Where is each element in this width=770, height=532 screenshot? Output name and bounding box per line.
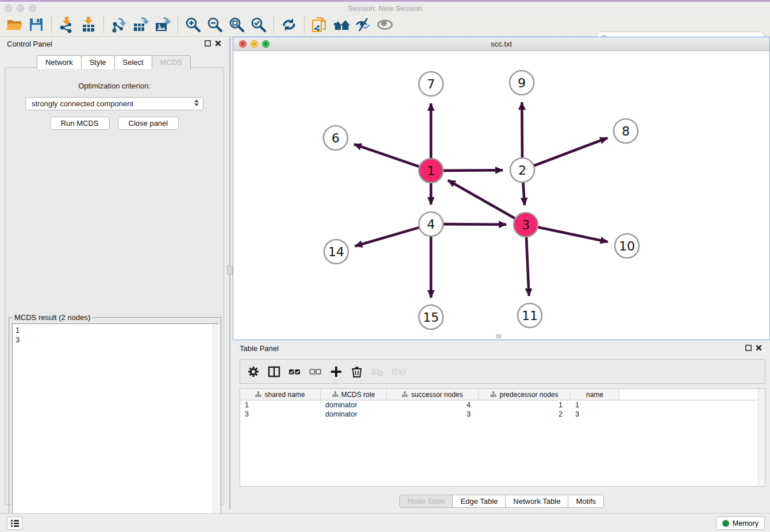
edge-2-9[interactable] — [522, 102, 522, 157]
home-view-icon — [333, 16, 350, 33]
export-network-button[interactable] — [108, 14, 130, 35]
edge-2-8[interactable] — [534, 138, 608, 165]
export-table-button[interactable] — [130, 14, 152, 35]
cell-predecessor-nodes[interactable]: 2 — [479, 410, 571, 418]
cell-MCDS-role[interactable]: dominator — [321, 410, 387, 418]
network-window-titlebar[interactable]: ✕ – + scc.txt — [233, 37, 769, 51]
network-canvas[interactable]: 7968124314101511 — [233, 51, 769, 340]
zoom-in-button[interactable] — [182, 14, 204, 35]
float-table-panel-icon[interactable] — [745, 345, 752, 351]
cell-name[interactable]: 1 — [571, 401, 619, 409]
dropdown-selected-value: strongly connected component — [32, 99, 133, 108]
zoom-selected-icon — [250, 16, 267, 33]
close-window-button[interactable] — [5, 5, 12, 12]
control-panel-title: Control Panel — [7, 40, 52, 48]
close-panel-icon[interactable] — [215, 40, 221, 47]
toolbar-separator — [178, 16, 178, 33]
cell-shared-name[interactable]: 1 — [240, 401, 321, 409]
column-header-successor-nodes[interactable]: successor nodes — [387, 389, 479, 400]
table-panel-title: Table Panel — [240, 344, 279, 353]
select-all-checks-button[interactable] — [286, 363, 303, 381]
edge-3-1[interactable] — [448, 180, 515, 218]
edge-4-14[interactable] — [355, 228, 419, 246]
mcds-result-title: MCDS result (2 nodes) — [13, 313, 92, 322]
edge-1-2[interactable] — [444, 170, 503, 171]
edge-1-6[interactable] — [354, 144, 419, 167]
save-session-button[interactable] — [25, 14, 47, 35]
node-label-10: 10 — [619, 239, 635, 253]
toolbar-separator — [304, 16, 305, 33]
tab-mcds[interactable]: MCDS — [152, 55, 191, 69]
table-toolbar: f(x) — [240, 359, 765, 384]
zoom-selected-button[interactable] — [248, 14, 270, 35]
import-network-button[interactable] — [56, 14, 78, 35]
memory-status-icon — [722, 520, 729, 527]
node-label-11: 11 — [522, 309, 538, 323]
gear-button[interactable] — [245, 363, 262, 381]
column-header-MCDS-role[interactable]: MCDS role — [321, 389, 387, 400]
tab-motifs[interactable]: Motifs — [568, 495, 604, 508]
tab-node-table[interactable]: Node Table — [399, 495, 453, 508]
select-all-checks-icon — [288, 365, 301, 378]
maximize-window-button[interactable] — [29, 5, 36, 12]
splitter-handle[interactable] — [227, 265, 233, 275]
delete-column-icon — [351, 365, 363, 378]
cell-shared-name[interactable]: 3 — [240, 410, 321, 418]
edge-3-10[interactable] — [538, 228, 608, 242]
export-image-button[interactable] — [152, 14, 174, 35]
open-session-button[interactable] — [3, 14, 25, 35]
float-panel-icon[interactable] — [205, 40, 211, 47]
node-label-2: 2 — [518, 163, 526, 178]
clone-network-icon — [311, 16, 328, 33]
tab-select[interactable]: Select — [114, 55, 152, 69]
edge-2-3[interactable] — [523, 183, 524, 205]
clone-network-button[interactable] — [309, 14, 330, 35]
tab-edge-table[interactable]: Edge Table — [452, 495, 506, 508]
tab-network-table[interactable]: Network Table — [505, 495, 568, 508]
cell-MCDS-role[interactable]: dominator — [321, 401, 387, 409]
delete-column-button[interactable] — [348, 363, 365, 381]
tab-network[interactable]: Network — [37, 55, 82, 69]
show-all-button[interactable] — [374, 14, 396, 35]
import-network-icon — [58, 16, 75, 33]
table-scrollbar[interactable] — [758, 389, 765, 486]
split-columns-button[interactable] — [265, 363, 283, 381]
edge-3-11[interactable] — [526, 237, 529, 296]
cell-successor-nodes[interactable]: 3 — [387, 410, 479, 418]
zoom-fit-button[interactable] — [226, 14, 248, 35]
close-panel-button[interactable]: Close panel — [118, 117, 179, 130]
refresh-button[interactable] — [278, 14, 300, 35]
node-label-9: 9 — [518, 76, 526, 90]
home-view-button[interactable] — [330, 14, 352, 35]
cell-predecessor-nodes[interactable]: 1 — [479, 401, 571, 409]
column-header-shared-name[interactable]: shared name — [240, 389, 321, 400]
hide-selected-button[interactable] — [352, 14, 374, 35]
run-mcds-button[interactable]: Run MCDS — [50, 117, 110, 130]
delete-table-icon — [371, 365, 384, 378]
result-scrollbar[interactable] — [213, 324, 220, 531]
cell-successor-nodes[interactable]: 4 — [387, 401, 479, 409]
column-hierarchy-icon — [255, 391, 261, 398]
close-table-panel-icon[interactable] — [756, 345, 762, 351]
column-hierarchy-icon — [332, 391, 338, 398]
table-row: 1dominator411 — [240, 400, 765, 410]
mcds-result-textarea[interactable]: 1 3 — [12, 323, 218, 531]
tab-style[interactable]: Style — [81, 55, 115, 69]
optimization-criterion-dropdown[interactable]: strongly connected component — [25, 97, 203, 110]
column-header-name[interactable]: name — [571, 389, 619, 400]
zoom-out-button[interactable] — [204, 14, 226, 35]
hide-selected-icon — [355, 16, 372, 33]
zoom-in-icon — [184, 16, 202, 33]
clear-checks-button[interactable] — [307, 363, 324, 381]
import-table-button[interactable] — [78, 14, 99, 35]
task-history-button[interactable] — [7, 516, 22, 530]
memory-button[interactable]: Memory — [716, 516, 765, 530]
edge-4-3[interactable] — [444, 224, 506, 225]
cell-name[interactable]: 3 — [571, 410, 619, 418]
node-label-4: 4 — [427, 217, 435, 232]
minimize-window-button[interactable] — [17, 5, 24, 12]
column-header-predecessor-nodes[interactable]: predecessor nodes — [479, 389, 571, 400]
column-hierarchy-icon — [402, 391, 408, 398]
canvas-scrollbar-thumb[interactable] — [496, 334, 501, 338]
add-column-button[interactable] — [328, 363, 345, 381]
